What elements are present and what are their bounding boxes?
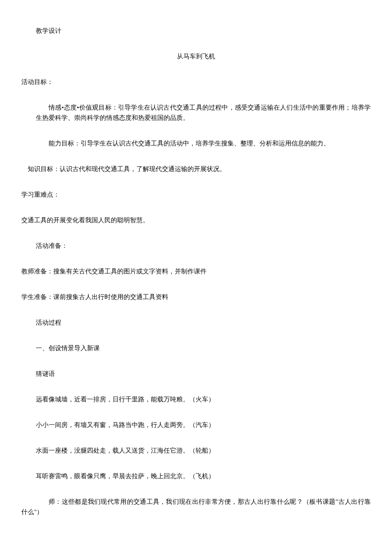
objective-emotion: 情感•态度•价值观目标：引导学生在认识古代交通工具的过程中，感受交通运输在人们生… (21, 102, 371, 123)
objective-knowledge: 知识目标：认识古代和现代交通工具，了解现代交通运输的开展状况。 (21, 164, 371, 174)
process-heading: 活动过程 (21, 317, 371, 328)
design-label: 教学设计 (21, 26, 371, 36)
riddle-4: 耳听赛雷鸣，眼看像只鹰，早晨去拉萨，晚上回北京。（飞机） (21, 471, 371, 481)
riddle-label: 猜谜语 (21, 369, 371, 379)
riddle-2: 小小一间房，有墙又有窗，马路当中跑，行人走两旁。（汽车） (21, 420, 371, 430)
document-title: 从马车到飞机 (21, 51, 371, 61)
preparation-teacher: 教师准备：搜集有关古代交通工具的图片或文字资料，并制作课件 (21, 266, 371, 276)
riddle-3: 水面一座楼，没腿四处走，载人又送货，江海任它游。（轮船） (21, 445, 371, 456)
teacher-line: 师：这些都是我们现代常用的交通工具，我们现在出行非常方便，那古人出行靠什么呢？（… (21, 497, 371, 517)
process-section1-title: 一、创设情景导入新课 (21, 343, 371, 353)
objective-ability: 能力目标：引导学生在认识古代交通工具的活动中，培养学生搜集、整理、分析和运用信息… (21, 138, 371, 148)
preparation-student: 学生准备：课前搜集古人出行时使用的交通工具资料 (21, 292, 371, 302)
preparation-heading: 活动准备： (21, 241, 371, 251)
difficulty-heading: 学习重难点： (21, 189, 371, 200)
riddle-1: 远看像城墙，近看一排房，日行千里路，能载万吨粮。（火车） (21, 394, 371, 404)
difficulty-content: 交通工具的开展变化看我国人民的聪明智慧。 (21, 215, 371, 225)
objectives-heading: 活动目标： (21, 77, 371, 87)
